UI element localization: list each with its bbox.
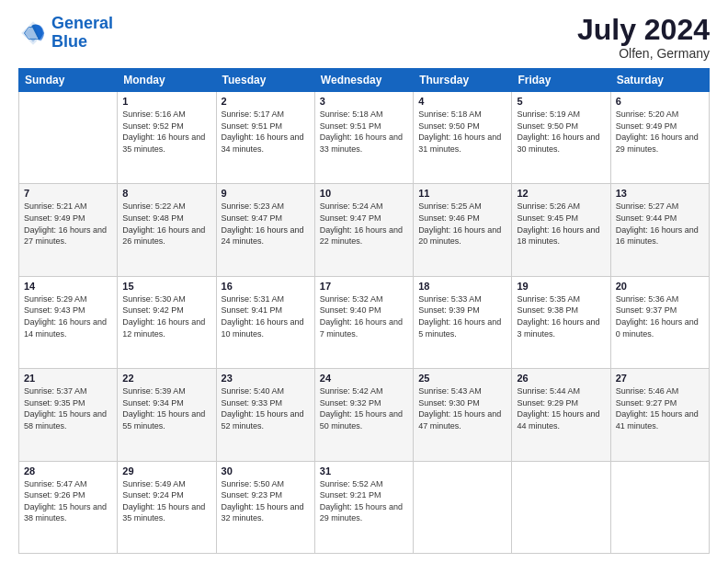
day-info: Sunrise: 5:29 AM Sunset: 9:43 PM Dayligh… bbox=[24, 293, 112, 339]
day-info: Sunrise: 5:21 AM Sunset: 9:49 PM Dayligh… bbox=[24, 201, 112, 247]
day-number: 30 bbox=[222, 465, 310, 477]
day-number: 26 bbox=[517, 373, 605, 384]
table-row: 21Sunrise: 5:37 AM Sunset: 9:35 PM Dayli… bbox=[19, 369, 118, 461]
day-info: Sunrise: 5:18 AM Sunset: 9:51 PM Dayligh… bbox=[320, 109, 408, 155]
logo-line1: General bbox=[51, 14, 113, 32]
day-number: 7 bbox=[24, 188, 112, 199]
day-info: Sunrise: 5:36 AM Sunset: 9:37 PM Dayligh… bbox=[616, 293, 704, 339]
location: Olfen, Germany bbox=[577, 46, 710, 61]
weekday-header-row: Sunday Monday Tuesday Wednesday Thursday… bbox=[19, 69, 710, 92]
day-number: 22 bbox=[122, 373, 210, 384]
day-info: Sunrise: 5:31 AM Sunset: 9:41 PM Dayligh… bbox=[222, 293, 310, 339]
table-row: 10Sunrise: 5:24 AM Sunset: 9:47 PM Dayli… bbox=[314, 184, 413, 276]
day-info: Sunrise: 5:50 AM Sunset: 9:23 PM Dayligh… bbox=[222, 478, 310, 524]
day-number: 18 bbox=[418, 281, 506, 292]
page: General Blue July 2024 Olfen, Germany Su… bbox=[0, 0, 728, 563]
day-number: 3 bbox=[320, 96, 408, 107]
day-number: 25 bbox=[418, 373, 506, 384]
logo-icon bbox=[18, 18, 48, 48]
day-info: Sunrise: 5:52 AM Sunset: 9:21 PM Dayligh… bbox=[320, 478, 408, 524]
day-info: Sunrise: 5:47 AM Sunset: 9:26 PM Dayligh… bbox=[24, 478, 112, 524]
day-number: 24 bbox=[320, 373, 408, 384]
day-number: 29 bbox=[122, 465, 210, 477]
header-monday: Monday bbox=[118, 69, 216, 92]
table-row: 14Sunrise: 5:29 AM Sunset: 9:43 PM Dayli… bbox=[19, 276, 118, 368]
day-number: 4 bbox=[418, 96, 506, 107]
table-row bbox=[19, 92, 118, 184]
day-info: Sunrise: 5:39 AM Sunset: 9:34 PM Dayligh… bbox=[122, 385, 210, 431]
title-section: July 2024 Olfen, Germany bbox=[577, 15, 710, 61]
day-number: 6 bbox=[616, 96, 704, 107]
day-number: 1 bbox=[122, 96, 210, 107]
header-thursday: Thursday bbox=[414, 69, 512, 92]
table-row: 12Sunrise: 5:26 AM Sunset: 9:45 PM Dayli… bbox=[512, 184, 610, 276]
day-number: 15 bbox=[122, 281, 210, 292]
day-info: Sunrise: 5:40 AM Sunset: 9:33 PM Dayligh… bbox=[222, 385, 310, 431]
calendar-week-row: 14Sunrise: 5:29 AM Sunset: 9:43 PM Dayli… bbox=[19, 276, 710, 368]
table-row: 28Sunrise: 5:47 AM Sunset: 9:26 PM Dayli… bbox=[19, 461, 118, 553]
day-number: 21 bbox=[24, 373, 112, 384]
table-row: 9Sunrise: 5:23 AM Sunset: 9:47 PM Daylig… bbox=[216, 184, 314, 276]
day-info: Sunrise: 5:22 AM Sunset: 9:48 PM Dayligh… bbox=[122, 201, 210, 247]
header-tuesday: Tuesday bbox=[216, 69, 314, 92]
calendar-week-row: 21Sunrise: 5:37 AM Sunset: 9:35 PM Dayli… bbox=[19, 369, 710, 461]
header: General Blue July 2024 Olfen, Germany bbox=[18, 15, 710, 61]
day-number: 14 bbox=[24, 281, 112, 292]
table-row: 2Sunrise: 5:17 AM Sunset: 9:51 PM Daylig… bbox=[216, 92, 314, 184]
header-sunday: Sunday bbox=[19, 69, 118, 92]
day-info: Sunrise: 5:42 AM Sunset: 9:32 PM Dayligh… bbox=[320, 385, 408, 431]
day-info: Sunrise: 5:27 AM Sunset: 9:44 PM Dayligh… bbox=[616, 201, 704, 247]
table-row: 29Sunrise: 5:49 AM Sunset: 9:24 PM Dayli… bbox=[118, 461, 216, 553]
day-info: Sunrise: 5:19 AM Sunset: 9:50 PM Dayligh… bbox=[517, 109, 605, 155]
table-row bbox=[414, 461, 512, 553]
day-number: 23 bbox=[222, 373, 310, 384]
table-row: 25Sunrise: 5:43 AM Sunset: 9:30 PM Dayli… bbox=[414, 369, 512, 461]
table-row: 7Sunrise: 5:21 AM Sunset: 9:49 PM Daylig… bbox=[19, 184, 118, 276]
table-row: 19Sunrise: 5:35 AM Sunset: 9:38 PM Dayli… bbox=[512, 276, 610, 368]
table-row: 17Sunrise: 5:32 AM Sunset: 9:40 PM Dayli… bbox=[314, 276, 413, 368]
table-row: 16Sunrise: 5:31 AM Sunset: 9:41 PM Dayli… bbox=[216, 276, 314, 368]
header-wednesday: Wednesday bbox=[314, 69, 413, 92]
day-info: Sunrise: 5:49 AM Sunset: 9:24 PM Dayligh… bbox=[122, 478, 210, 524]
day-info: Sunrise: 5:23 AM Sunset: 9:47 PM Dayligh… bbox=[222, 201, 310, 247]
header-saturday: Saturday bbox=[610, 69, 709, 92]
day-number: 17 bbox=[320, 281, 408, 292]
calendar-table: Sunday Monday Tuesday Wednesday Thursday… bbox=[18, 68, 710, 554]
logo-line2: Blue bbox=[51, 32, 87, 51]
day-info: Sunrise: 5:35 AM Sunset: 9:38 PM Dayligh… bbox=[517, 293, 605, 339]
day-number: 11 bbox=[418, 188, 506, 199]
day-info: Sunrise: 5:16 AM Sunset: 9:52 PM Dayligh… bbox=[122, 109, 210, 155]
day-number: 12 bbox=[517, 188, 605, 199]
day-number: 27 bbox=[616, 373, 704, 384]
table-row bbox=[610, 461, 709, 553]
table-row: 30Sunrise: 5:50 AM Sunset: 9:23 PM Dayli… bbox=[216, 461, 314, 553]
month-title: July 2024 bbox=[577, 15, 710, 44]
table-row: 13Sunrise: 5:27 AM Sunset: 9:44 PM Dayli… bbox=[610, 184, 709, 276]
table-row: 11Sunrise: 5:25 AM Sunset: 9:46 PM Dayli… bbox=[414, 184, 512, 276]
day-info: Sunrise: 5:20 AM Sunset: 9:49 PM Dayligh… bbox=[616, 109, 704, 155]
table-row: 5Sunrise: 5:19 AM Sunset: 9:50 PM Daylig… bbox=[512, 92, 610, 184]
day-number: 13 bbox=[616, 188, 704, 199]
day-number: 28 bbox=[24, 465, 112, 477]
table-row bbox=[512, 461, 610, 553]
day-info: Sunrise: 5:33 AM Sunset: 9:39 PM Dayligh… bbox=[418, 293, 506, 339]
calendar-week-row: 28Sunrise: 5:47 AM Sunset: 9:26 PM Dayli… bbox=[19, 461, 710, 553]
table-row: 22Sunrise: 5:39 AM Sunset: 9:34 PM Dayli… bbox=[118, 369, 216, 461]
calendar-week-row: 7Sunrise: 5:21 AM Sunset: 9:49 PM Daylig… bbox=[19, 184, 710, 276]
day-info: Sunrise: 5:37 AM Sunset: 9:35 PM Dayligh… bbox=[24, 385, 112, 431]
day-number: 9 bbox=[222, 188, 310, 199]
day-number: 8 bbox=[122, 188, 210, 199]
day-info: Sunrise: 5:24 AM Sunset: 9:47 PM Dayligh… bbox=[320, 201, 408, 247]
day-number: 19 bbox=[517, 281, 605, 292]
day-info: Sunrise: 5:17 AM Sunset: 9:51 PM Dayligh… bbox=[222, 109, 310, 155]
day-number: 20 bbox=[616, 281, 704, 292]
table-row: 24Sunrise: 5:42 AM Sunset: 9:32 PM Dayli… bbox=[314, 369, 413, 461]
table-row: 8Sunrise: 5:22 AM Sunset: 9:48 PM Daylig… bbox=[118, 184, 216, 276]
day-number: 31 bbox=[320, 465, 408, 477]
table-row: 26Sunrise: 5:44 AM Sunset: 9:29 PM Dayli… bbox=[512, 369, 610, 461]
calendar-week-row: 1Sunrise: 5:16 AM Sunset: 9:52 PM Daylig… bbox=[19, 92, 710, 184]
day-info: Sunrise: 5:26 AM Sunset: 9:45 PM Dayligh… bbox=[517, 201, 605, 247]
table-row: 31Sunrise: 5:52 AM Sunset: 9:21 PM Dayli… bbox=[314, 461, 413, 553]
day-info: Sunrise: 5:44 AM Sunset: 9:29 PM Dayligh… bbox=[517, 385, 605, 431]
table-row: 6Sunrise: 5:20 AM Sunset: 9:49 PM Daylig… bbox=[610, 92, 709, 184]
